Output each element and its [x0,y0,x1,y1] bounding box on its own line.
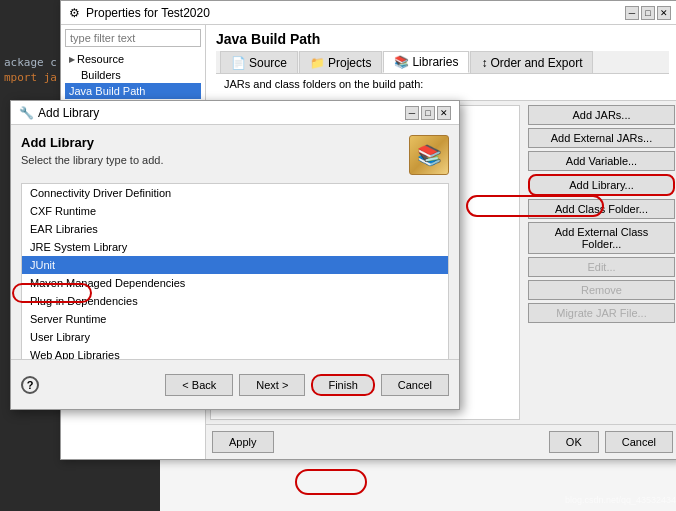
tab-order-export-label: Order and Export [490,56,582,70]
nav-item-builders[interactable]: Builders [65,67,201,83]
next-button[interactable]: Next > [239,374,305,396]
tab-source[interactable]: 📄 Source [220,51,298,73]
properties-icon: ⚙ [69,6,80,20]
properties-titlebar: ⚙ Properties for Test2020 ─ □ ✕ [61,1,676,25]
nav-item-java-build-path[interactable]: Java Build Path [65,83,201,99]
dialog-subheading: Select the library type to add. [21,154,163,166]
dialog-cancel-button[interactable]: Cancel [381,374,449,396]
titlebar-left: ⚙ Properties for Test2020 [69,6,210,20]
tab-source-label: Source [249,56,287,70]
dialog-minimize-button[interactable]: ─ [405,106,419,120]
properties-bottom-bar: Apply OK Cancel [206,424,676,459]
library-item-plugin[interactable]: Plug-in Dependencies [22,292,448,310]
tab-order-export[interactable]: ↕ Order and Export [470,51,593,73]
dialog-title-left: 🔧 Add Library [19,106,99,120]
projects-icon: 📁 [310,56,325,70]
jars-description: JARs and class folders on the build path… [216,74,669,94]
add-jars-button[interactable]: Add JARs... [528,105,675,125]
remove-button[interactable]: Remove [528,280,675,300]
libraries-icon: 📚 [394,55,409,69]
expand-icon: ▶ [69,55,75,64]
library-item-cxf[interactable]: CXF Runtime [22,202,448,220]
help-button[interactable]: ? [21,376,39,394]
dialog-close-button[interactable]: ✕ [437,106,451,120]
cancel-button[interactable]: Cancel [605,431,673,453]
order-export-icon: ↕ [481,56,487,70]
library-item-maven[interactable]: Maven Managed Dependencies [22,274,448,292]
close-button[interactable]: ✕ [657,6,671,20]
titlebar-controls[interactable]: ─ □ ✕ [625,6,671,20]
tab-libraries[interactable]: 📚 Libraries [383,51,469,73]
properties-title: Properties for Test2020 [86,6,210,20]
library-item-jre[interactable]: JRE System Library [22,238,448,256]
library-list: Connectivity Driver Definition CXF Runti… [21,183,449,363]
add-variable-button[interactable]: Add Variable... [528,151,675,171]
dialog-heading: Add Library [21,135,163,150]
dialog-footer: ? < Back Next > Finish Cancel [11,359,459,409]
tabs-bar: 📄 Source 📁 Projects 📚 Libraries ↕ Order … [216,51,669,74]
dialog-icon: 🔧 [19,106,34,120]
migrate-jar-button[interactable]: Migrate JAR File... [528,303,675,323]
library-icon: 📚 [409,135,449,175]
library-item-server[interactable]: Server Runtime [22,310,448,328]
dialog-content: Add Library Select the library type to a… [11,125,459,359]
tab-projects-label: Projects [328,56,371,70]
library-item-connectivity[interactable]: Connectivity Driver Definition [22,184,448,202]
maximize-button[interactable]: □ [641,6,655,20]
dialog-titlebar: 🔧 Add Library ─ □ ✕ [11,101,459,125]
tab-projects[interactable]: 📁 Projects [299,51,382,73]
library-item-junit[interactable]: JUnit [22,256,448,274]
filter-input[interactable] [65,29,201,47]
add-external-class-folder-button[interactable]: Add External Class Folder... [528,222,675,254]
finish-button[interactable]: Finish [311,374,374,396]
java-build-path-header: Java Build Path 📄 Source 📁 Projects 📚 Li… [206,25,676,101]
ok-button[interactable]: OK [549,431,599,453]
nav-item-resource[interactable]: ▶ Resource [65,51,201,67]
tab-libraries-label: Libraries [412,55,458,69]
dialog-close-controls[interactable]: ─ □ ✕ [405,106,451,120]
add-library-button[interactable]: Add Library... [528,174,675,196]
add-library-dialog: 🔧 Add Library ─ □ ✕ Add Library Select t… [10,100,460,410]
java-build-path-title: Java Build Path [216,31,669,47]
back-button[interactable]: < Back [165,374,233,396]
minimize-button[interactable]: ─ [625,6,639,20]
buttons-panel: Add JARs... Add External JARs... Add Var… [524,101,676,424]
apply-button[interactable]: Apply [212,431,274,453]
library-item-ear[interactable]: EAR Libraries [22,220,448,238]
dialog-text: Add Library Select the library type to a… [21,135,163,174]
add-class-folder-button[interactable]: Add Class Folder... [528,199,675,219]
add-external-jars-button[interactable]: Add External JARs... [528,128,675,148]
edit-button[interactable]: Edit... [528,257,675,277]
dialog-title-text: Add Library [38,106,99,120]
source-icon: 📄 [231,56,246,70]
dialog-maximize-button[interactable]: □ [421,106,435,120]
library-item-user[interactable]: User Library [22,328,448,346]
